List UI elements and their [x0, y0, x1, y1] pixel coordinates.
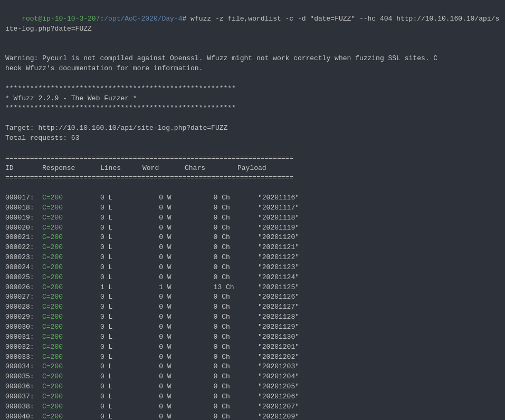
row-lines: 0 L — [100, 223, 142, 233]
row-lines: 0 L — [100, 322, 142, 332]
target-line: Target: http://10.10.160.10/api/site-log… — [5, 123, 500, 133]
row-payload: "20201120" — [237, 233, 299, 243]
row-payload: "20201209" — [237, 412, 299, 420]
row-payload: "20201119" — [237, 223, 299, 233]
row-id: 000017: — [5, 193, 42, 203]
table-row: 000021: C=200 0 L 0 W 0 Ch "20201120" — [5, 233, 500, 243]
row-response: C=200 — [42, 283, 100, 293]
col-header-chars: Chars — [185, 164, 237, 174]
row-id: 000030: — [5, 322, 42, 332]
row-payload: "20201117" — [237, 203, 299, 213]
row-response: C=200 — [42, 362, 100, 372]
row-id: 000023: — [5, 253, 42, 263]
row-lines: 0 L — [100, 402, 142, 412]
row-word: 0 W — [142, 312, 185, 322]
row-chars: 13 Ch — [185, 283, 237, 293]
row-chars: 0 Ch — [185, 302, 237, 312]
row-id: 000022: — [5, 243, 42, 253]
table-row: 000037: C=200 0 L 0 W 0 Ch "20201206" — [5, 392, 500, 402]
row-response: C=200 — [42, 213, 100, 223]
table-row: 000031: C=200 0 L 0 W 0 Ch "20201130" — [5, 332, 500, 342]
row-lines: 0 L — [100, 263, 142, 273]
row-chars: 0 Ch — [185, 322, 237, 332]
row-word: 0 W — [142, 402, 185, 412]
row-response: C=200 — [42, 193, 100, 203]
row-lines: 0 L — [100, 392, 142, 402]
row-id: 000028: — [5, 302, 42, 312]
command-prompt: root@ip-10-10-3-207:/opt/AoC-2020/Day-4#… — [5, 4, 500, 44]
row-word: 1 W — [142, 283, 185, 293]
row-chars: 0 Ch — [185, 342, 237, 352]
row-word: 0 W — [142, 372, 185, 382]
col-header-id: ID — [5, 164, 42, 174]
warning-line2: heck Wfuzz's documentation for more info… — [5, 64, 500, 74]
row-id: 000035: — [5, 372, 42, 382]
table-row: 000035: C=200 0 L 0 W 0 Ch "20201204" — [5, 372, 500, 382]
row-payload: "20201116" — [237, 193, 299, 203]
row-payload: "20201126" — [237, 292, 299, 302]
table-row: 000026: C=200 1 L 1 W 13 Ch "20201125" — [5, 283, 500, 293]
row-chars: 0 Ch — [185, 392, 237, 402]
prompt-path: /opt/AoC-2020/Day-4 — [104, 15, 182, 23]
row-id: 000031: — [5, 332, 42, 342]
row-payload: "20201129" — [237, 322, 299, 332]
table-row: 000032: C=200 0 L 0 W 0 Ch "20201201" — [5, 342, 500, 352]
table-row: 000030: C=200 0 L 0 W 0 Ch "20201129" — [5, 322, 500, 332]
target-url: http://10.10.160.10/api/site-log.php?dat… — [38, 124, 227, 132]
row-payload: "20201125" — [237, 283, 299, 293]
table-row: 000023: C=200 0 L 0 W 0 Ch "20201122" — [5, 253, 500, 263]
row-id: 000040: — [5, 412, 42, 420]
row-word: 0 W — [142, 233, 185, 243]
row-word: 0 W — [142, 352, 185, 362]
row-chars: 0 Ch — [185, 233, 237, 243]
target-label: Target: — [5, 124, 38, 132]
row-id: 000038: — [5, 402, 42, 412]
row-id: 000029: — [5, 312, 42, 322]
row-chars: 0 Ch — [185, 372, 237, 382]
blank-line-3 — [5, 113, 500, 123]
table-row: 000025: C=200 0 L 0 W 0 Ch "20201124" — [5, 273, 500, 283]
banner-line1: * Wfuzz 2.2.9 - The Web Fuzzer * — [5, 94, 500, 104]
table-separator-top: ========================================… — [5, 154, 500, 164]
row-lines: 0 L — [100, 312, 142, 322]
divider-top: ****************************************… — [5, 84, 500, 94]
row-id: 000034: — [5, 362, 42, 372]
table-row: 000020: C=200 0 L 0 W 0 Ch "20201119" — [5, 223, 500, 233]
row-lines: 0 L — [100, 342, 142, 352]
table-row: 000024: C=200 0 L 0 W 0 Ch "20201123" — [5, 263, 500, 273]
row-response: C=200 — [42, 302, 100, 312]
row-word: 0 W — [142, 223, 185, 233]
table-row: 000022: C=200 0 L 0 W 0 Ch "20201121" — [5, 243, 500, 253]
table-row: 000034: C=200 0 L 0 W 0 Ch "20201203" — [5, 362, 500, 372]
row-chars: 0 Ch — [185, 402, 237, 412]
row-payload: "20201128" — [237, 312, 299, 322]
row-lines: 0 L — [100, 332, 142, 342]
col-header-response: Response — [42, 164, 100, 174]
row-payload: "20201204" — [237, 372, 299, 382]
row-lines: 0 L — [100, 362, 142, 372]
row-payload: "20201127" — [237, 302, 299, 312]
total-requests-line: Total requests: 63 — [5, 133, 500, 144]
row-response: C=200 — [42, 292, 100, 302]
col-header-lines: Lines — [100, 164, 142, 174]
table-row: 000017: C=200 0 L 0 W 0 Ch "20201116" — [5, 193, 500, 203]
row-lines: 0 L — [100, 292, 142, 302]
row-lines: 0 L — [100, 412, 142, 420]
total-label: Total requests: — [5, 134, 71, 142]
table-row: 000040: C=200 0 L 0 W 0 Ch "20201209" — [5, 412, 500, 420]
row-lines: 0 L — [100, 233, 142, 243]
row-chars: 0 Ch — [185, 412, 237, 420]
row-id: 000019: — [5, 213, 42, 223]
row-id: 000021: — [5, 233, 42, 243]
row-chars: 0 Ch — [185, 292, 237, 302]
row-word: 0 W — [142, 263, 185, 273]
row-chars: 0 Ch — [185, 332, 237, 342]
row-id: 000026: — [5, 283, 42, 293]
row-word: 0 W — [142, 362, 185, 372]
row-word: 0 W — [142, 332, 185, 342]
row-lines: 0 L — [100, 372, 142, 382]
total-count: 63 — [71, 134, 80, 142]
row-word: 0 W — [142, 213, 185, 223]
row-payload: "20201123" — [237, 263, 299, 273]
table-row: 000028: C=200 0 L 0 W 0 Ch "20201127" — [5, 302, 500, 312]
